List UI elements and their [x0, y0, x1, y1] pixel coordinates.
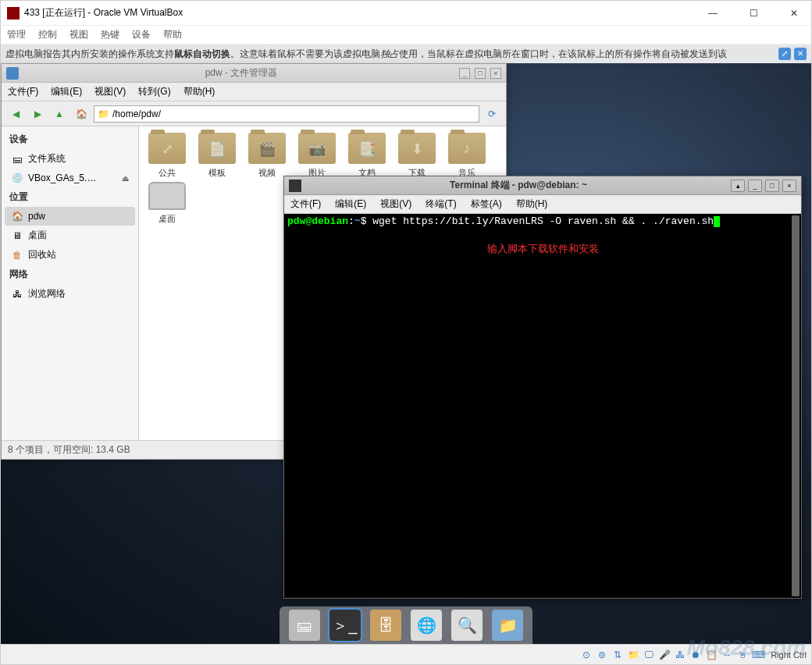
sb-usb-icon[interactable]: ⇅: [611, 649, 624, 661]
menu-hotkey[interactable]: 热键: [101, 28, 119, 41]
folder-templates[interactable]: 📄模板: [195, 133, 239, 179]
info-text-italic: 独占: [380, 48, 399, 61]
term-menu-help[interactable]: 帮助(H): [516, 197, 548, 211]
nav-up-button[interactable]: ▲: [50, 105, 69, 123]
task-search[interactable]: 🔍: [451, 610, 483, 641]
fm-menu-goto[interactable]: 转到(G): [138, 85, 170, 98]
prompt-path: ~: [354, 215, 361, 227]
term-menu-view[interactable]: 视图(V): [380, 197, 411, 211]
term-title: Terminal 终端 - pdw@debian: ~: [306, 179, 731, 192]
fm-title: pdw - 文件管理器: [23, 66, 459, 80]
fm-menu-edit[interactable]: 编辑(E): [51, 85, 82, 98]
nav-back-button[interactable]: ◀: [6, 105, 25, 123]
folder-documents[interactable]: 📑文档: [345, 133, 389, 179]
fm-titlebar[interactable]: pdw - 文件管理器 _ □ ×: [2, 64, 506, 83]
section-network: 网络: [5, 265, 135, 284]
folder-downloads[interactable]: ⬇下载: [395, 133, 439, 179]
sb-hdd-icon[interactable]: ⊙: [580, 649, 593, 661]
folder-desktop[interactable]: 桌面: [145, 182, 189, 225]
term-menubar: 文件(F) 编辑(E) 视图(V) 终端(T) 标签(A) 帮助(H): [284, 195, 801, 214]
sidebar-item-browse-network[interactable]: 🖧 浏览网络: [5, 284, 135, 304]
folder-public[interactable]: ⤢公共: [145, 133, 189, 179]
sidebar-item-vbox-ga[interactable]: 💿 VBox_GAs_5.… ⏏: [5, 169, 135, 187]
task-folder[interactable]: 📁: [492, 610, 523, 641]
term-maximize-button[interactable]: □: [765, 180, 779, 192]
menu-view[interactable]: 视图: [69, 28, 88, 41]
fm-menu-help[interactable]: 帮助(H): [183, 85, 215, 98]
close-button[interactable]: ✕: [783, 5, 805, 21]
term-menu-terminal[interactable]: 终端(T): [426, 197, 456, 211]
sb-shared-icon[interactable]: 📁: [627, 649, 639, 661]
scrollbar-thumb[interactable]: [792, 215, 800, 596]
sb-dnd-icon[interactable]: ↔: [721, 649, 733, 661]
menu-control[interactable]: 控制: [38, 28, 57, 41]
desktop-icon: 🖥: [11, 229, 23, 242]
menu-help[interactable]: 帮助: [163, 28, 182, 41]
prompt-user: pdw@debian: [287, 215, 348, 227]
task-filemanager[interactable]: 🖴: [289, 610, 320, 641]
fm-minimize-button[interactable]: _: [459, 68, 470, 79]
virtualbox-window: 433 [正在运行] - Oracle VM VirtualBox — ☐ ✕ …: [0, 0, 812, 665]
task-terminal[interactable]: ＞_: [329, 610, 361, 641]
term-close-button[interactable]: ×: [782, 180, 796, 192]
nav-home-button[interactable]: 🏠: [72, 105, 91, 123]
fm-toolbar: ◀ ▶ ▲ 🏠 📁 /home/pdw/ ⟳: [2, 101, 506, 126]
sb-rec-icon[interactable]: ⏺: [689, 649, 702, 661]
sidebar-label: 回收站: [28, 248, 56, 261]
term-rollup-button[interactable]: ▴: [731, 180, 745, 192]
sidebar-item-trash[interactable]: 🗑 回收站: [5, 245, 135, 265]
folder-label: 桌面: [158, 214, 176, 223]
sidebar-item-pdw[interactable]: 🏠 pdw: [5, 207, 135, 226]
refresh-button[interactable]: ⟳: [483, 105, 501, 123]
section-devices: 设备: [5, 130, 135, 149]
sb-network-icon[interactable]: 🖧: [674, 649, 686, 661]
fm-maximize-button[interactable]: □: [475, 68, 486, 79]
folder-pictures[interactable]: 📷图片: [295, 133, 339, 179]
sb-keyboard-icon[interactable]: ⌨: [752, 649, 764, 661]
menu-devices[interactable]: 设备: [132, 28, 151, 41]
fm-close-button[interactable]: ×: [490, 68, 501, 79]
task-browser[interactable]: 🌐: [411, 610, 442, 641]
home-icon: 🏠: [11, 210, 23, 222]
eject-icon[interactable]: ⏏: [122, 174, 129, 183]
minimize-button[interactable]: —: [702, 5, 724, 21]
fm-menu-view[interactable]: 视图(V): [94, 85, 126, 98]
path-bar[interactable]: 📁 /home/pdw/: [94, 105, 479, 123]
prompt-dollar: $: [361, 215, 373, 227]
term-app-icon: [289, 180, 301, 192]
info-toggle-icon[interactable]: ⤢: [778, 48, 791, 60]
sidebar-item-filesystem[interactable]: 🖴 文件系统: [5, 149, 135, 169]
task-files[interactable]: 🗄: [370, 610, 401, 641]
menu-manage[interactable]: 管理: [7, 28, 26, 41]
folder-label: 视频: [258, 168, 276, 177]
term-menu-file[interactable]: 文件(F): [290, 197, 321, 211]
term-menu-tabs[interactable]: 标签(A): [471, 197, 502, 211]
vbox-menubar: 管理 控制 视图 热键 设备 帮助: [1, 26, 811, 44]
sb-clip-icon[interactable]: 📋: [705, 649, 718, 661]
sb-audio-icon[interactable]: 🎤: [658, 649, 671, 661]
info-text-post: 使用，当鼠标在虚拟电脑所在窗口时，在该鼠标上的所有操作将自动被发送到该: [399, 48, 727, 61]
vbox-icon: [7, 7, 20, 20]
sb-display-icon[interactable]: 🖵: [643, 649, 655, 661]
section-places: 位置: [5, 187, 135, 207]
sidebar-label: 文件系统: [28, 152, 66, 165]
folder-music[interactable]: ♪音乐: [445, 133, 489, 179]
folder-videos[interactable]: 🎬视频: [245, 133, 289, 179]
sb-mouse-icon[interactable]: 🖱: [736, 649, 749, 661]
term-titlebar[interactable]: Terminal 终端 - pdw@debian: ~ ▴ _ □ ×: [284, 176, 801, 195]
sb-optical-icon[interactable]: ⊚: [596, 649, 608, 661]
term-minimize-button[interactable]: _: [748, 180, 762, 192]
fm-app-icon: [6, 67, 19, 80]
nav-forward-button[interactable]: ▶: [28, 105, 47, 123]
info-close-icon[interactable]: ✕: [794, 48, 807, 60]
trash-icon: 🗑: [11, 249, 23, 261]
sidebar-label: VBox_GAs_5.…: [28, 172, 96, 183]
info-text-pre: 虚拟电脑报告其内所安装的操作系统支持: [5, 48, 174, 61]
terminal-scrollbar[interactable]: [792, 215, 800, 596]
guest-screen[interactable]: 虚拟电脑报告其内所安装的操作系统支持 鼠标自动切换 。这意味着鼠标不需要为该虚拟…: [1, 44, 811, 644]
terminal-content[interactable]: pdw@debian:~$ wget https://bit.ly/RavenL…: [284, 214, 801, 598]
term-menu-edit[interactable]: 编辑(E): [335, 197, 366, 211]
sidebar-item-desktop[interactable]: 🖥 桌面: [5, 226, 135, 245]
fm-menu-file[interactable]: 文件(F): [8, 85, 38, 98]
maximize-button[interactable]: ☐: [743, 5, 764, 21]
